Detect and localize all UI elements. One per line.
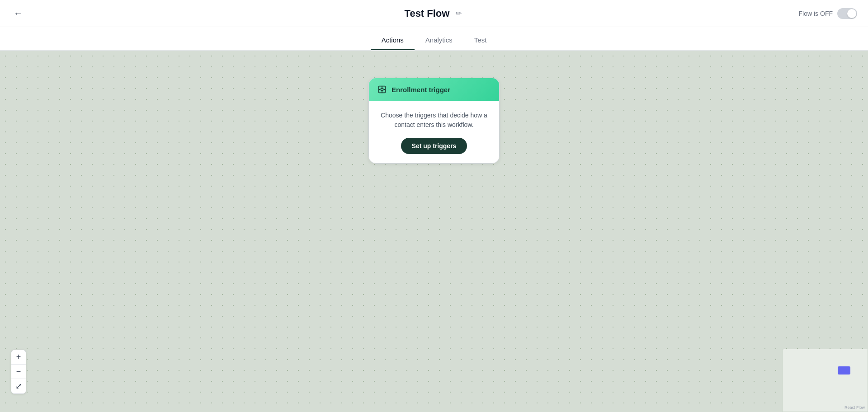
header-right: Flow is OFF (799, 8, 857, 19)
back-button[interactable]: ← (11, 5, 25, 21)
zoom-controls: + − ⤢ (11, 350, 26, 394)
zoom-out-button[interactable]: − (11, 365, 26, 379)
page-title: Test Flow (405, 8, 450, 19)
flow-status-label: Flow is OFF (799, 10, 833, 17)
trigger-description: Choose the triggers that decide how a co… (377, 111, 491, 130)
setup-triggers-button[interactable]: Set up triggers (401, 138, 467, 154)
enrollment-icon (377, 84, 387, 94)
tabs-bar: Actions Analytics Test (0, 27, 868, 51)
edit-title-button[interactable]: ✏ (454, 7, 463, 19)
toggle-track (837, 8, 857, 19)
flow-toggle[interactable] (837, 8, 857, 19)
trigger-card-body: Choose the triggers that decide how a co… (369, 101, 499, 163)
tab-test[interactable]: Test (463, 36, 498, 50)
tab-analytics[interactable]: Analytics (415, 36, 463, 50)
tab-actions[interactable]: Actions (371, 36, 415, 50)
minimap: React Flow (782, 349, 868, 412)
trigger-card-title: Enrollment trigger (392, 86, 450, 94)
enrollment-trigger-card: Enrollment trigger Choose the triggers t… (368, 78, 500, 164)
header: ← Test Flow ✏ Flow is OFF (0, 0, 868, 27)
react-flow-label: React Flow (844, 405, 865, 410)
svg-point-1 (381, 88, 383, 91)
minimap-node (838, 366, 850, 375)
header-left: ← (11, 5, 25, 21)
zoom-in-button[interactable]: + (11, 350, 26, 365)
fit-view-button[interactable]: ⤢ (11, 379, 26, 393)
toggle-thumb (847, 9, 856, 18)
header-center: Test Flow ✏ (405, 7, 464, 19)
trigger-card-header: Enrollment trigger (369, 78, 499, 101)
flow-canvas: Enrollment trigger Choose the triggers t… (0, 51, 868, 412)
